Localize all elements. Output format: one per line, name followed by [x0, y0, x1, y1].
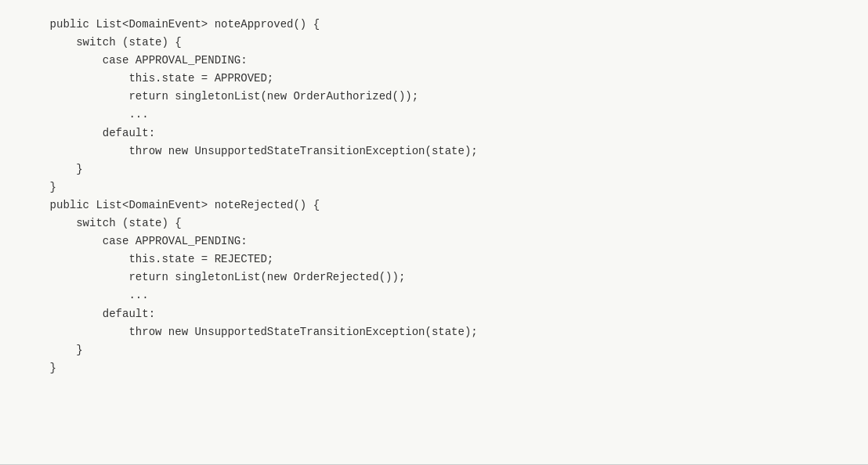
code-line: } — [24, 178, 844, 196]
code-line: throw new UnsupportedStateTransitionExce… — [24, 142, 844, 160]
code-line: case APPROVAL_PENDING: — [24, 232, 844, 251]
code-line: this.state = REJECTED; — [24, 251, 844, 269]
code-line: return singletonList(new OrderRejected()… — [24, 269, 844, 287]
code-line: switch (state) { — [24, 214, 844, 232]
code-line: } — [24, 341, 844, 359]
code-line: } — [24, 160, 844, 178]
code-line: default: — [24, 124, 844, 142]
code-line: case APPROVAL_PENDING: — [24, 52, 844, 70]
code-line: default: — [24, 305, 844, 323]
code-line: this.state = APPROVED; — [24, 70, 844, 88]
code-line: throw new UnsupportedStateTransitionExce… — [24, 323, 844, 341]
code-line: } — [24, 359, 844, 377]
code-line: switch (state) { — [24, 34, 844, 52]
code-line: ... — [24, 106, 844, 124]
code-line: public List<DomainEvent> noteRejected() … — [24, 196, 844, 214]
code-line: public List<DomainEvent> noteApproved() … — [24, 16, 844, 34]
code-container: public List<DomainEvent> noteApproved() … — [0, 0, 868, 465]
code-block: public List<DomainEvent> noteApproved() … — [24, 16, 844, 377]
code-line: ... — [24, 287, 844, 305]
code-line: return singletonList(new OrderAuthorized… — [24, 88, 844, 106]
